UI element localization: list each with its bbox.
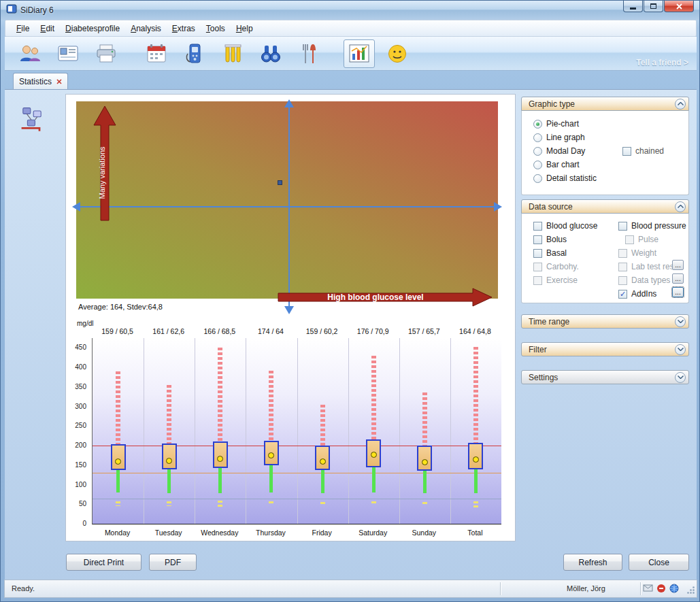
close-icon [676,3,682,10]
nutrition-button[interactable] [293,39,324,68]
options-panel: Graphic type Pie-chart Line graph [521,97,689,478]
checkbox-bolus[interactable]: Bolus [522,233,610,246]
graphic-type-header[interactable]: Graphic type [521,97,689,111]
boxplot-box [162,444,177,469]
tab-close-icon[interactable] [56,79,62,84]
checkbox-label: Exercise [546,275,578,285]
checkbox-blood-glucose[interactable]: Blood glucose [522,219,610,233]
close-window-button[interactable] [664,1,694,12]
filter-expand-button[interactable] [675,344,686,355]
data-source-header[interactable]: Data source [521,199,689,214]
checkbox-chained[interactable]: chained [622,144,664,158]
menu-edit[interactable]: Edit [35,22,60,35]
menubar: File Edit Diabetesprofile Analysis Extra… [5,20,697,37]
column-separator [450,338,451,524]
checkbox-icon [533,235,542,244]
stats-label: 166 / 68,5 [194,327,245,335]
statistics-button[interactable] [344,39,375,68]
radio-label: Detail statistic [546,173,597,183]
reference-line [93,499,501,499]
menu-extras[interactable]: Extras [167,22,201,35]
settings-header[interactable]: Settings [521,370,689,384]
boxplot-category-row: MondayTuesdayWednesdayThursdayFridaySatu… [92,529,501,538]
checkbox-carbohydrates[interactable]: Carbohy. [522,260,610,273]
y-tick-label: 250 [66,422,86,429]
mail-status-icon [643,584,653,592]
checkbox-exercise[interactable]: Exercise [522,273,610,287]
filter-title: Filter [529,345,547,354]
checkbox-label: chained [635,146,664,156]
filter-header[interactable]: Filter [521,342,689,356]
menu-analysis[interactable]: Analysis [125,22,167,35]
tell-a-friend-link[interactable]: Tell a friend > [636,58,688,67]
column-separator [348,338,349,524]
menu-file[interactable]: File [11,22,35,35]
checkbox-icon [533,276,542,285]
data-types-more-button[interactable]: ... [672,273,684,284]
radio-selected-icon [533,120,542,129]
boxplot-box [111,444,126,469]
status-user: Möller, Jörg [567,584,605,592]
chart-panel: Many variations High blood glucose level… [65,94,516,541]
menu-help[interactable]: Help [231,22,259,35]
radio-pie-chart[interactable]: Pie-chart [522,117,688,131]
checkbox-icon [618,249,627,258]
assistant-button[interactable] [382,39,413,68]
device-import-button[interactable] [179,39,210,68]
graphic-type-collapse-button[interactable] [675,99,686,110]
maximize-icon [650,3,656,9]
diary-data-button[interactable] [52,39,84,68]
lab-test-more-button[interactable]: ... [672,260,684,270]
toolbar: Tell a friend > [5,37,697,71]
minimize-button[interactable] [623,1,643,12]
radio-line-graph[interactable]: Line graph [522,131,688,144]
resize-grip[interactable] [686,586,695,596]
high-values-dots [116,371,120,444]
patient-profile-button[interactable] [14,39,46,68]
boxplot-stats-row: 159 / 60,5161 / 62,6166 / 68,5174 / 6415… [92,327,501,337]
hypo-values-dots [320,502,325,505]
low-values-line [474,469,478,494]
column-separator [246,338,246,524]
checkbox-icon [533,222,542,231]
radio-bar-chart[interactable]: Bar chart [522,158,688,171]
time-range-header[interactable]: Time range [521,314,689,329]
search-button[interactable] [255,39,286,68]
radio-detail-statistic[interactable]: Detail statistic [522,171,688,185]
y-tick-label: 400 [66,363,86,371]
checkbox-weight[interactable]: Weight [607,246,688,260]
lab-values-icon [222,43,244,65]
menu-diabetesprofile[interactable]: Diabetesprofile [60,22,125,35]
data-source-collapse-button[interactable] [675,201,686,212]
settings-expand-button[interactable] [675,372,686,383]
checkbox-icon [618,263,627,271]
data-source-section: Data source Blood glucose Bolus Basal Ca… [521,199,689,303]
tab-statistics[interactable]: Statistics [13,73,68,89]
checkbox-label: Bolus [546,235,567,244]
direct-print-button[interactable]: Direct Print [66,554,141,571]
calendar-button[interactable] [141,39,172,68]
pdf-button[interactable]: PDF [149,554,197,571]
checkbox-pulse[interactable]: Pulse [607,233,688,246]
boxplot-yaxis: 050100150200250300350400450 [66,338,89,524]
chevron-down-icon [678,375,684,379]
column-separator [195,338,195,524]
high-values-dots [167,385,171,444]
close-button[interactable]: Close [629,554,689,571]
statistics-nav-icon[interactable] [17,103,47,133]
time-range-expand-button[interactable] [675,316,686,327]
high-values-dots [371,356,376,440]
maximize-button[interactable] [644,1,663,12]
chevron-up-icon [678,205,684,208]
lab-values-button[interactable] [217,39,248,68]
checkbox-blood-pressure[interactable]: Blood pressure [607,219,688,233]
addins-more-button[interactable]: ... [672,287,684,297]
variations-arrow: Many variations [93,105,116,224]
boxplot-unit-label: mg/dl [77,320,93,327]
checkbox-basal[interactable]: Basal [522,246,610,260]
print-button[interactable] [90,39,122,68]
radio-icon [533,133,542,142]
low-values-line [423,471,427,493]
menu-tools[interactable]: Tools [201,22,231,35]
refresh-button[interactable]: Refresh [563,554,622,571]
